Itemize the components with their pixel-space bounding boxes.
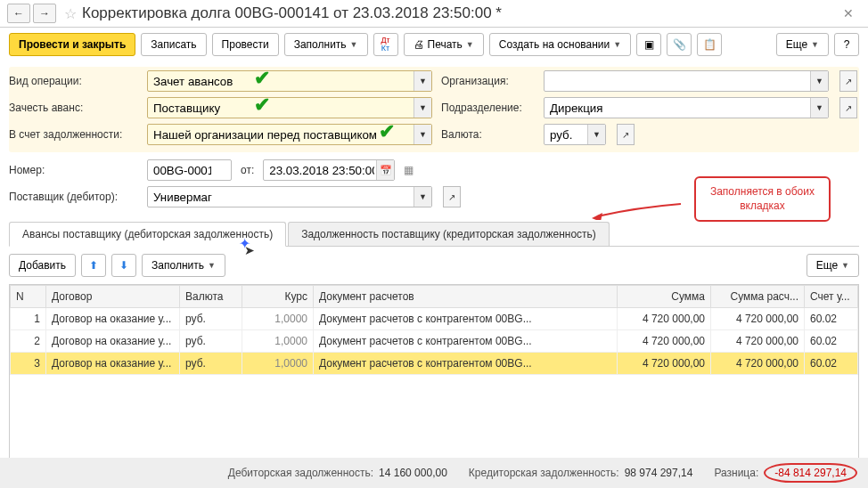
dept-field[interactable]	[544, 97, 829, 118]
diff-label: Разница:	[714, 467, 758, 479]
print-button[interactable]: 🖨 Печать ▼	[404, 33, 484, 56]
org-label: Организация:	[441, 75, 535, 87]
create-based-button[interactable]: Создать на основании ▼	[489, 33, 631, 56]
org-open-button[interactable]: ↗	[839, 70, 857, 92]
move-up-button[interactable]: ⬆	[81, 254, 106, 277]
move-down-button[interactable]: ⬇	[111, 254, 136, 277]
chevron-down-icon: ▼	[466, 40, 474, 49]
dept-open-button[interactable]: ↗	[839, 97, 857, 118]
calendar-button[interactable]: 📅	[376, 160, 394, 180]
date-label: от:	[241, 164, 254, 176]
structure-icon: ▣	[644, 38, 654, 51]
arrow-right-icon: →	[39, 7, 50, 20]
chevron-down-icon: ▼	[350, 40, 358, 49]
note-button[interactable]: 📋	[697, 33, 722, 56]
chevron-down-icon: ▼	[208, 261, 216, 270]
arrow-down-icon: ⬇	[119, 259, 128, 272]
arrow-left-icon: ←	[13, 7, 24, 20]
dropdown-button[interactable]: ▼	[587, 125, 605, 144]
advance-label: Зачесть аванс:	[9, 102, 138, 114]
annotation-line1: Заполняется в обоих	[710, 185, 815, 199]
tab-more-button[interactable]: Еще ▼	[807, 254, 859, 277]
table-row[interactable]: 3 Договор на оказание у... руб. 1,0000 Д…	[11, 353, 858, 375]
dropdown-button[interactable]: ▼	[810, 98, 828, 118]
supplier-field[interactable]	[147, 186, 432, 207]
main-toolbar: Провести и закрыть Записать Провести Зап…	[0, 28, 868, 61]
calendar-icon: 📅	[380, 165, 392, 176]
debit-label: Дебиторская задолженность:	[228, 467, 373, 479]
credit-label: Кредиторская задолженность:	[469, 467, 619, 479]
debt-label: В счет задолженности:	[9, 128, 138, 141]
table-row[interactable]: 2 Договор на оказание у... руб. 1,0000 Д…	[11, 330, 858, 353]
attach-button[interactable]: 📎	[667, 33, 692, 56]
col-sum[interactable]: Сумма	[618, 286, 711, 308]
annotation-box: Заполняется в обоих вкладках	[694, 176, 831, 222]
paperclip-icon: 📎	[673, 38, 686, 51]
debit-value: 14 160 000,00	[379, 467, 447, 479]
printer-icon: 🖨	[414, 38, 424, 51]
nav-back-button[interactable]: ←	[7, 4, 30, 23]
close-button[interactable]: ✕	[836, 6, 861, 20]
annotation-line2: вкладках	[710, 199, 815, 214]
advance-field[interactable]	[147, 97, 432, 118]
dept-label: Подразделение:	[441, 102, 535, 114]
add-row-button[interactable]: Добавить	[9, 254, 76, 277]
titlebar: ← → ☆ Корректировка долга 00BG-000141 от…	[0, 0, 868, 28]
dropdown-button[interactable]: ▼	[810, 71, 828, 91]
number-field[interactable]	[147, 159, 232, 181]
dropdown-button[interactable]: ▼	[414, 125, 431, 144]
favorite-icon[interactable]: ☆	[64, 5, 77, 22]
tab-debt[interactable]: Задолженность поставщику (кредиторская з…	[288, 222, 610, 246]
tabs: Авансы поставщику (дебиторская задолженн…	[9, 222, 859, 247]
doc-status-icon: ▦	[404, 164, 414, 176]
note-icon: 📋	[703, 38, 717, 51]
col-n[interactable]: N	[11, 286, 46, 308]
chevron-down-icon: ▼	[811, 40, 819, 49]
chevron-down-icon: ▼	[841, 261, 849, 270]
col-contract[interactable]: Договор	[46, 286, 180, 308]
nav-forward-button[interactable]: →	[33, 4, 56, 23]
table-row[interactable]: 1 Договор на оказание у... руб. 1,0000 Д…	[11, 308, 858, 330]
supplier-open-button[interactable]: ↗	[443, 186, 461, 207]
page-title: Корректировка долга 00BG-000141 от 23.03…	[82, 4, 836, 22]
currency-open-button[interactable]: ↗	[617, 124, 635, 145]
supplier-label: Поставщик (дебитор):	[9, 191, 138, 203]
diff-value: -84 814 297,14	[774, 467, 847, 479]
diff-value-circled: -84 814 297,14	[764, 463, 857, 483]
currency-label: Валюта:	[441, 128, 535, 141]
arrow-up-icon: ⬆	[89, 259, 98, 272]
org-field[interactable]	[544, 70, 829, 92]
table-header: N Договор Валюта Курс Документ расчетов …	[11, 286, 858, 308]
dropdown-button[interactable]: ▼	[414, 98, 431, 118]
tab-fill-button[interactable]: Заполнить ▼	[142, 254, 225, 277]
tab-advances[interactable]: Авансы поставщику (дебиторская задолженн…	[9, 222, 286, 247]
status-bar: Дебиторская задолженность: 14 160 000,00…	[0, 458, 868, 488]
grid: N Договор Валюта Курс Документ расчетов …	[9, 284, 859, 460]
write-button[interactable]: Записать	[141, 33, 206, 56]
help-button[interactable]: ?	[834, 33, 859, 56]
col-account[interactable]: Счет у...	[805, 286, 858, 308]
op-type-label: Вид операции:	[9, 75, 138, 87]
dropdown-button[interactable]: ▼	[414, 187, 431, 207]
date-field[interactable]	[263, 159, 395, 181]
chevron-down-icon: ▼	[613, 40, 621, 49]
col-rate[interactable]: Курс	[242, 286, 314, 308]
dtkt-button[interactable]: ДтКт	[373, 33, 398, 56]
op-type-field[interactable]	[147, 70, 432, 92]
more-button[interactable]: Еще ▼	[776, 33, 829, 56]
col-currency[interactable]: Валюта	[180, 286, 242, 308]
tab-toolbar: Добавить ⬆ ⬇ Заполнить ▼ Еще ▼	[0, 247, 868, 284]
debt-field[interactable]	[147, 124, 432, 145]
post-button[interactable]: Провести	[212, 33, 279, 56]
post-and-close-button[interactable]: Провести и закрыть	[9, 33, 135, 56]
number-label: Номер:	[9, 164, 138, 176]
col-sumcalc[interactable]: Сумма расч...	[711, 286, 805, 308]
fill-button[interactable]: Заполнить ▼	[284, 33, 368, 56]
col-doc[interactable]: Документ расчетов	[314, 286, 618, 308]
structure-button[interactable]: ▣	[636, 33, 661, 56]
dropdown-button[interactable]: ▼	[414, 71, 431, 91]
credit-value: 98 974 297,14	[625, 467, 693, 479]
